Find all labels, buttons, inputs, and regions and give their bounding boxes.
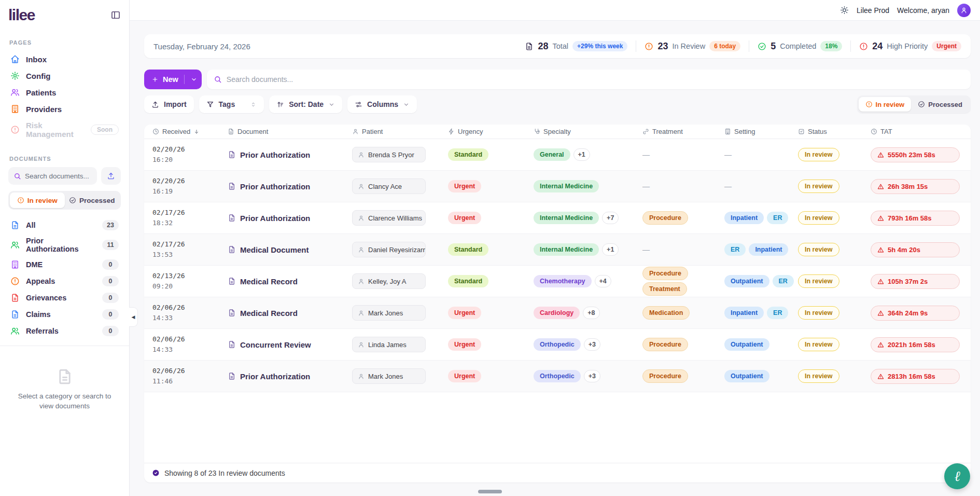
urgency-cell: Urgent bbox=[448, 307, 534, 319]
specialty-more-badge[interactable]: +1 bbox=[573, 148, 590, 161]
new-button[interactable]: New bbox=[144, 70, 202, 89]
status-cell: In review bbox=[798, 148, 871, 161]
sidebar-item-inbox[interactable]: Inbox bbox=[8, 51, 121, 67]
stat-badge: Urgent bbox=[932, 41, 961, 51]
horizontal-scrollbar-thumb[interactable] bbox=[478, 490, 502, 493]
specialty-more-badge[interactable]: +1 bbox=[602, 243, 619, 256]
sort-button[interactable]: Sort: Date bbox=[269, 95, 342, 113]
category-item-prior-authorizations[interactable]: Prior Authorizations 11 bbox=[8, 233, 121, 256]
import-button[interactable]: Import bbox=[144, 95, 194, 113]
sidebar-item-providers[interactable]: Providers bbox=[8, 101, 121, 117]
specialty-more-badge[interactable]: +8 bbox=[583, 307, 599, 319]
sidebar-toggle-in-review[interactable]: In review bbox=[10, 192, 65, 208]
category-item-all[interactable]: All 23 bbox=[8, 217, 121, 233]
sidebar-collapse-handle[interactable]: ◀ bbox=[129, 307, 138, 327]
sidebar-empty-state: Select a category or search to view docu… bbox=[8, 368, 121, 411]
table-row[interactable]: 02/13/2609:20 Medical Record Kelley, Joy… bbox=[144, 266, 971, 297]
assistant-fab-button[interactable]: ℓ bbox=[944, 463, 970, 489]
sidebar-item-patients[interactable]: Patients bbox=[8, 84, 121, 101]
status-cell: In review bbox=[798, 180, 871, 193]
table-row[interactable]: 02/17/2618:32 Prior Authorization Claren… bbox=[144, 202, 971, 234]
column-header-patient[interactable]: Patient bbox=[352, 128, 448, 135]
user-avatar[interactable] bbox=[957, 4, 971, 17]
main-search-input[interactable] bbox=[207, 70, 971, 89]
sidebar-item-config[interactable]: Config bbox=[8, 67, 121, 84]
patient-chip[interactable]: Brenda S Pryor bbox=[352, 147, 426, 162]
specialty-more-badge[interactable]: +3 bbox=[584, 370, 600, 382]
steth-icon bbox=[534, 128, 540, 135]
checksq-icon bbox=[798, 128, 805, 135]
column-header-setting[interactable]: Setting bbox=[724, 128, 798, 135]
column-header-urgency[interactable]: Urgency bbox=[448, 128, 534, 135]
category-item-referrals[interactable]: Referrals 0 bbox=[8, 323, 121, 339]
table-row[interactable]: 02/06/2614:33 Concurrent Review Linda Ja… bbox=[144, 329, 971, 361]
warning-triangle-icon bbox=[877, 183, 884, 190]
stat-divider bbox=[636, 40, 636, 52]
users-icon bbox=[10, 240, 20, 250]
columns-button[interactable]: Columns bbox=[347, 95, 417, 113]
specialty-cell: Chemotherapy +4 bbox=[534, 275, 642, 287]
specialty-more-badge[interactable]: +7 bbox=[602, 212, 619, 224]
file-icon bbox=[228, 182, 236, 190]
patient-chip[interactable]: Mark Jones bbox=[352, 305, 426, 321]
column-header-tat[interactable]: TAT bbox=[871, 128, 962, 135]
stat-badge: 6 today bbox=[709, 41, 740, 51]
category-item-appeals[interactable]: Appeals 0 bbox=[8, 273, 121, 290]
specialty-more-badge[interactable]: +3 bbox=[584, 338, 600, 351]
column-header-treatment[interactable]: Treatment bbox=[642, 128, 724, 135]
alert-circle-icon bbox=[17, 197, 24, 204]
documents-section-label: DOCUMENTS bbox=[9, 156, 120, 162]
alert-circle-icon bbox=[865, 101, 873, 108]
table-row[interactable]: 02/17/2613:53 Medical Document Daniel Re… bbox=[144, 234, 971, 266]
table-row[interactable]: 02/06/2611:46 Prior Authorization Mark J… bbox=[144, 361, 971, 392]
urgency-cell: Urgent bbox=[448, 370, 534, 382]
stat-completed: 5 Completed 18% bbox=[758, 41, 842, 52]
category-item-grievances[interactable]: Grievances 0 bbox=[8, 290, 121, 306]
column-header-received[interactable]: Received bbox=[152, 128, 228, 135]
setting-cell: — bbox=[724, 150, 798, 159]
zap-icon bbox=[448, 128, 455, 135]
patient-chip[interactable]: Clarence Williams bbox=[352, 210, 426, 226]
stat-label: Total bbox=[552, 42, 568, 50]
column-header-specialty[interactable]: Specialty bbox=[534, 128, 642, 135]
alert-icon bbox=[10, 125, 20, 134]
upload-icon bbox=[151, 101, 159, 108]
patient-chip[interactable]: Clancy Ace bbox=[352, 178, 426, 194]
table-row[interactable]: 02/06/2614:33 Medical Record Mark Jones … bbox=[144, 297, 971, 329]
specialty-more-badge[interactable]: +4 bbox=[595, 275, 611, 287]
view-toggle-processed[interactable]: Processed bbox=[911, 97, 969, 112]
received-cell: 02/20/2616:19 bbox=[152, 176, 228, 197]
sidebar-search-field[interactable] bbox=[25, 172, 92, 180]
sidebar-toggle-processed[interactable]: Processed bbox=[65, 192, 120, 208]
tags-filter-button[interactable]: Tags bbox=[199, 95, 264, 113]
view-toggle-in-review[interactable]: In review bbox=[859, 97, 912, 112]
patient-cell: Daniel Reyesirizarry bbox=[352, 242, 448, 257]
table-row[interactable]: 02/20/2616:19 Prior Authorization Clancy… bbox=[144, 171, 971, 202]
sidebar-toggle-button[interactable] bbox=[110, 10, 121, 20]
sidebar-upload-button[interactable] bbox=[101, 167, 121, 185]
sidebar-item-label: Config bbox=[26, 72, 50, 80]
patient-chip[interactable]: Linda James bbox=[352, 337, 426, 352]
patient-chip[interactable]: Kelley, Joy A bbox=[352, 273, 426, 289]
status-cell: In review bbox=[798, 338, 871, 351]
setting-badge: Inpatient bbox=[724, 307, 764, 319]
table-row[interactable]: 02/20/2616:20 Prior Authorization Brenda… bbox=[144, 139, 971, 171]
sidebar-search-input[interactable] bbox=[8, 167, 97, 185]
document-cell: Prior Authorization bbox=[228, 182, 352, 191]
main-search-field[interactable] bbox=[227, 75, 964, 84]
patient-chip[interactable]: Daniel Reyesirizarry bbox=[352, 242, 426, 257]
documents-table: Received Document Patient Urgency Specia… bbox=[144, 125, 971, 483]
setting-badge: Outpatient bbox=[724, 370, 769, 382]
upload-icon bbox=[107, 172, 115, 180]
status-cell: In review bbox=[798, 211, 871, 225]
stat-divider bbox=[850, 40, 851, 52]
theme-sun-icon[interactable] bbox=[840, 6, 849, 15]
category-item-claims[interactable]: Claims 0 bbox=[8, 306, 121, 323]
category-item-dme[interactable]: DME 0 bbox=[8, 256, 121, 273]
patient-cell: Brenda S Pryor bbox=[352, 147, 448, 162]
column-header-status[interactable]: Status bbox=[798, 128, 871, 135]
patient-chip[interactable]: Mark Jones bbox=[352, 368, 426, 384]
column-header-document[interactable]: Document bbox=[228, 128, 352, 135]
sidebar-review-toggle: In review Processed bbox=[8, 191, 121, 210]
sidebar-item-risk-management[interactable]: Risk Management Soon bbox=[8, 117, 121, 142]
